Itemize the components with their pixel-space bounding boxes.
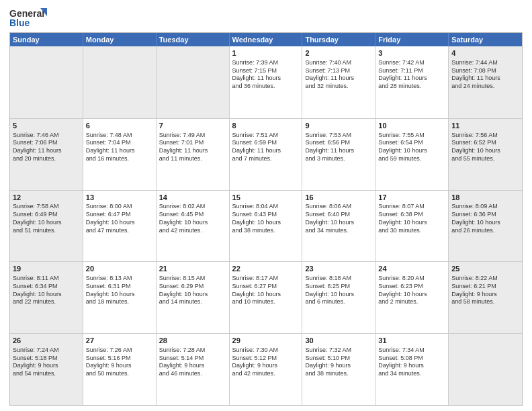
calendar-day-27: 27Sunrise: 7:26 AM Sunset: 5:16 PM Dayli…	[83, 334, 157, 405]
calendar: SundayMondayTuesdayWednesdayThursdayFrid…	[9, 32, 523, 406]
calendar-week-3: 12Sunrise: 7:58 AM Sunset: 6:49 PM Dayli…	[10, 190, 522, 262]
day-number: 28	[159, 336, 226, 346]
calendar-day-19: 19Sunrise: 8:11 AM Sunset: 6:34 PM Dayli…	[10, 262, 83, 333]
weekday-header-wednesday: Wednesday	[230, 33, 303, 46]
day-number: 11	[451, 121, 519, 131]
calendar-day-29: 29Sunrise: 7:30 AM Sunset: 5:12 PM Dayli…	[230, 334, 303, 405]
day-number: 27	[86, 336, 153, 346]
day-info: Sunrise: 7:40 AM Sunset: 7:13 PM Dayligh…	[305, 59, 372, 91]
day-info: Sunrise: 7:32 AM Sunset: 5:10 PM Dayligh…	[305, 347, 372, 378]
day-info: Sunrise: 7:42 AM Sunset: 7:11 PM Dayligh…	[378, 59, 445, 91]
calendar-day-17: 17Sunrise: 8:07 AM Sunset: 6:38 PM Dayli…	[375, 191, 449, 262]
day-number: 5	[13, 121, 80, 131]
day-number: 23	[305, 264, 372, 274]
day-number: 17	[378, 193, 445, 203]
calendar-day-30: 30Sunrise: 7:32 AM Sunset: 5:10 PM Dayli…	[302, 334, 375, 405]
day-info: Sunrise: 7:51 AM Sunset: 6:59 PM Dayligh…	[232, 132, 300, 163]
day-info: Sunrise: 8:07 AM Sunset: 6:38 PM Dayligh…	[378, 203, 445, 234]
day-number: 19	[13, 264, 80, 274]
day-number: 8	[232, 121, 300, 131]
calendar-empty-cell	[83, 46, 157, 118]
day-info: Sunrise: 8:13 AM Sunset: 6:31 PM Dayligh…	[86, 275, 153, 306]
day-info: Sunrise: 8:09 AM Sunset: 6:36 PM Dayligh…	[451, 203, 519, 234]
day-number: 7	[159, 121, 226, 131]
day-number: 24	[378, 264, 445, 274]
calendar-day-8: 8Sunrise: 7:51 AM Sunset: 6:59 PM Daylig…	[230, 119, 303, 190]
calendar-day-10: 10Sunrise: 7:55 AM Sunset: 6:54 PM Dayli…	[375, 119, 449, 190]
calendar-week-2: 5Sunrise: 7:46 AM Sunset: 7:06 PM Daylig…	[10, 118, 522, 190]
logo: GeneralBlue	[9, 7, 47, 28]
day-info: Sunrise: 8:11 AM Sunset: 6:34 PM Dayligh…	[13, 275, 80, 306]
calendar-day-16: 16Sunrise: 8:06 AM Sunset: 6:40 PM Dayli…	[302, 191, 375, 262]
calendar-day-25: 25Sunrise: 8:22 AM Sunset: 6:21 PM Dayli…	[449, 262, 522, 333]
day-info: Sunrise: 8:17 AM Sunset: 6:27 PM Dayligh…	[232, 275, 300, 306]
day-number: 14	[159, 193, 226, 203]
calendar-empty-cell	[157, 46, 230, 118]
calendar-week-1: 1Sunrise: 7:39 AM Sunset: 7:15 PM Daylig…	[10, 46, 522, 118]
day-number: 2	[305, 48, 372, 58]
day-number: 21	[159, 264, 226, 274]
day-number: 18	[451, 193, 519, 203]
calendar-day-3: 3Sunrise: 7:42 AM Sunset: 7:11 PM Daylig…	[375, 46, 449, 118]
calendar-day-22: 22Sunrise: 8:17 AM Sunset: 6:27 PM Dayli…	[230, 262, 303, 333]
weekday-header-tuesday: Tuesday	[157, 33, 230, 46]
day-info: Sunrise: 8:22 AM Sunset: 6:21 PM Dayligh…	[451, 275, 519, 306]
day-number: 3	[378, 48, 445, 58]
day-info: Sunrise: 7:49 AM Sunset: 7:01 PM Dayligh…	[159, 132, 226, 163]
day-info: Sunrise: 7:39 AM Sunset: 7:15 PM Dayligh…	[232, 59, 300, 91]
calendar-body: 1Sunrise: 7:39 AM Sunset: 7:15 PM Daylig…	[10, 46, 522, 405]
calendar-day-4: 4Sunrise: 7:44 AM Sunset: 7:08 PM Daylig…	[449, 46, 522, 118]
calendar-day-11: 11Sunrise: 7:56 AM Sunset: 6:52 PM Dayli…	[449, 119, 522, 190]
calendar-day-12: 12Sunrise: 7:58 AM Sunset: 6:49 PM Dayli…	[10, 191, 83, 262]
page-header: GeneralBlue	[9, 7, 523, 28]
calendar-day-5: 5Sunrise: 7:46 AM Sunset: 7:06 PM Daylig…	[10, 119, 83, 190]
day-info: Sunrise: 7:58 AM Sunset: 6:49 PM Dayligh…	[13, 203, 80, 234]
weekday-header-saturday: Saturday	[449, 33, 522, 46]
calendar-day-18: 18Sunrise: 8:09 AM Sunset: 6:36 PM Dayli…	[449, 191, 522, 262]
day-number: 15	[232, 193, 300, 203]
day-number: 25	[451, 264, 519, 274]
calendar-week-5: 26Sunrise: 7:24 AM Sunset: 5:18 PM Dayli…	[10, 333, 522, 405]
calendar-day-21: 21Sunrise: 8:15 AM Sunset: 6:29 PM Dayli…	[157, 262, 230, 333]
day-info: Sunrise: 7:53 AM Sunset: 6:56 PM Dayligh…	[305, 132, 372, 163]
calendar-day-9: 9Sunrise: 7:53 AM Sunset: 6:56 PM Daylig…	[302, 119, 375, 190]
day-info: Sunrise: 8:15 AM Sunset: 6:29 PM Dayligh…	[159, 275, 226, 306]
day-info: Sunrise: 7:55 AM Sunset: 6:54 PM Dayligh…	[378, 132, 445, 163]
day-info: Sunrise: 7:34 AM Sunset: 5:08 PM Dayligh…	[378, 347, 445, 378]
day-info: Sunrise: 7:24 AM Sunset: 5:18 PM Dayligh…	[13, 347, 80, 378]
calendar-empty-cell	[10, 46, 83, 118]
calendar-day-2: 2Sunrise: 7:40 AM Sunset: 7:13 PM Daylig…	[302, 46, 375, 118]
day-info: Sunrise: 8:00 AM Sunset: 6:47 PM Dayligh…	[86, 203, 153, 234]
day-info: Sunrise: 7:48 AM Sunset: 7:04 PM Dayligh…	[86, 132, 153, 163]
day-info: Sunrise: 8:18 AM Sunset: 6:25 PM Dayligh…	[305, 275, 372, 306]
calendar-day-7: 7Sunrise: 7:49 AM Sunset: 7:01 PM Daylig…	[157, 119, 230, 190]
day-number: 1	[232, 48, 300, 58]
day-number: 31	[378, 336, 445, 346]
calendar-day-31: 31Sunrise: 7:34 AM Sunset: 5:08 PM Dayli…	[375, 334, 449, 405]
calendar-day-24: 24Sunrise: 8:20 AM Sunset: 6:23 PM Dayli…	[375, 262, 449, 333]
calendar-week-4: 19Sunrise: 8:11 AM Sunset: 6:34 PM Dayli…	[10, 261, 522, 333]
day-number: 30	[305, 336, 372, 346]
day-info: Sunrise: 7:28 AM Sunset: 5:14 PM Dayligh…	[159, 347, 226, 378]
calendar-day-6: 6Sunrise: 7:48 AM Sunset: 7:04 PM Daylig…	[83, 119, 157, 190]
day-info: Sunrise: 7:26 AM Sunset: 5:16 PM Dayligh…	[86, 347, 153, 378]
day-number: 16	[305, 193, 372, 203]
day-number: 26	[13, 336, 80, 346]
day-number: 13	[86, 193, 153, 203]
day-number: 22	[232, 264, 300, 274]
svg-text:Blue: Blue	[9, 17, 30, 28]
day-info: Sunrise: 8:06 AM Sunset: 6:40 PM Dayligh…	[305, 203, 372, 234]
day-info: Sunrise: 8:04 AM Sunset: 6:43 PM Dayligh…	[232, 203, 300, 234]
calendar-day-28: 28Sunrise: 7:28 AM Sunset: 5:14 PM Dayli…	[157, 334, 230, 405]
calendar-day-26: 26Sunrise: 7:24 AM Sunset: 5:18 PM Dayli…	[10, 334, 83, 405]
calendar-header: SundayMondayTuesdayWednesdayThursdayFrid…	[10, 33, 522, 46]
day-info: Sunrise: 7:46 AM Sunset: 7:06 PM Dayligh…	[13, 132, 80, 163]
day-info: Sunrise: 7:30 AM Sunset: 5:12 PM Dayligh…	[232, 347, 300, 378]
day-number: 9	[305, 121, 372, 131]
day-number: 29	[232, 336, 300, 346]
day-number: 6	[86, 121, 153, 131]
calendar-day-13: 13Sunrise: 8:00 AM Sunset: 6:47 PM Dayli…	[83, 191, 157, 262]
weekday-header-friday: Friday	[375, 33, 449, 46]
calendar-day-20: 20Sunrise: 8:13 AM Sunset: 6:31 PM Dayli…	[83, 262, 157, 333]
calendar-day-15: 15Sunrise: 8:04 AM Sunset: 6:43 PM Dayli…	[230, 191, 303, 262]
